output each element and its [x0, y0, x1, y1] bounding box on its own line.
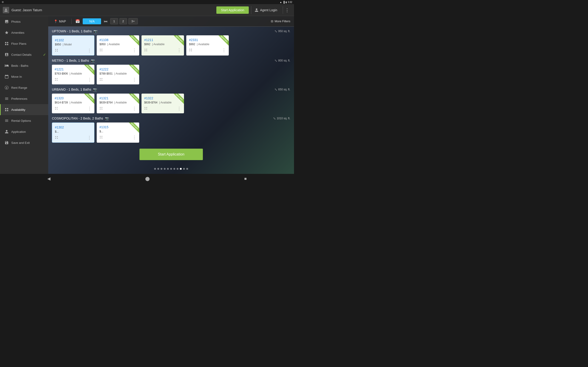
pagination-dot-8[interactable]: [177, 168, 179, 170]
unit-number-u1108: #1108: [99, 38, 137, 42]
sidebar-label-preferences: Preferences: [11, 97, 27, 100]
expand-icon-u1211[interactable]: [144, 48, 147, 52]
pagination-dot-2[interactable]: [157, 168, 159, 170]
unit-bottom-m1222: ⋮: [99, 77, 137, 82]
sqft-icon-metro: ⤡: [275, 59, 277, 62]
unit-card-m1221[interactable]: specials#1221$763-$906 | Available⋮: [52, 65, 95, 84]
more-options-icon-u1211[interactable]: ⋮: [177, 48, 181, 53]
recents-nav-button[interactable]: ■: [240, 175, 251, 183]
sidebar-item-contact-details[interactable]: Contact Details✓: [0, 49, 48, 60]
unit-number-m1222: #1222: [99, 67, 137, 71]
expand-icon-ur1322[interactable]: [144, 107, 147, 110]
pagination-dot-5[interactable]: [167, 168, 169, 170]
sidebar-item-beds-baths[interactable]: Beds - Baths: [0, 60, 48, 71]
more-options-icon-m1222[interactable]: ⋮: [132, 77, 137, 82]
camera-icon-metro[interactable]: 📷: [91, 59, 95, 62]
more-options-icon-m1221[interactable]: ⋮: [87, 77, 92, 82]
sidebar-item-availability[interactable]: Availability: [0, 104, 48, 115]
bed-3plus-button[interactable]: 3+: [128, 18, 138, 24]
svg-point-0: [5, 86, 9, 90]
more-options-button[interactable]: ⋮: [283, 6, 291, 14]
sidebar: PhotosAmenitiesFloor PlansContact Detail…: [0, 16, 48, 174]
sidebar-item-move-in[interactable]: Move In: [0, 71, 48, 82]
sidebar-label-rent-range: Rent Range: [11, 86, 27, 90]
sidebar-item-amenities[interactable]: Amenities: [0, 27, 48, 38]
unit-card-ur1320[interactable]: specials#1320$614-$739 | Available⋮: [52, 94, 95, 113]
start-application-overlay-button[interactable]: Start Application: [139, 149, 203, 160]
sidebar-check-contact-details: ✓: [43, 52, 46, 57]
expand-icon-u1102[interactable]: [55, 49, 58, 52]
unit-price-ur1322: $639-$764 | Available: [144, 101, 181, 104]
pagination-dot-6[interactable]: [170, 168, 172, 170]
pagination-dot-10[interactable]: [183, 168, 185, 170]
unit-number-ur1322: #1322: [144, 96, 181, 100]
wifi-icon: ▲: [280, 1, 282, 3]
agent-login-button[interactable]: Agent Login: [251, 6, 280, 14]
more-options-icon-ur1320[interactable]: ⋮: [87, 106, 92, 111]
sidebar-item-rental-options[interactable]: Rental Options: [0, 115, 48, 126]
pagination-dot-11[interactable]: [186, 168, 188, 170]
signal-icon: ▐: [283, 1, 284, 3]
more-options-icon-u2331[interactable]: ⋮: [222, 48, 226, 53]
unit-number-m1221: #1221: [55, 67, 92, 71]
unit-card-m1222[interactable]: specials#1222$788-$931 | Available⋮: [97, 65, 139, 84]
unit-number-c1302: #1302: [55, 125, 91, 129]
sidebar-icon-availability: [4, 107, 9, 112]
time-display: 3:32: [288, 1, 292, 3]
sidebar-icon-move-in: [4, 74, 9, 79]
bed-2-button[interactable]: 2: [120, 18, 127, 24]
unit-bottom-u1211: ⋮: [144, 48, 181, 53]
back-nav-button[interactable]: ◀: [43, 174, 55, 183]
more-options-icon-c1315[interactable]: ⋮: [132, 135, 137, 140]
unit-card-u1108[interactable]: specials#1108$950 | Available⋮: [97, 35, 139, 56]
sidebar-item-rent-range[interactable]: Rent Range: [0, 82, 48, 93]
unit-card-c1302[interactable]: #1302$...⋮: [52, 123, 95, 143]
expand-icon-c1302[interactable]: [55, 136, 58, 140]
sidebar-item-floor-plans[interactable]: Floor Plans: [0, 38, 48, 49]
unit-card-ur1321[interactable]: specials#1321$639-$764 | Available⋮: [97, 94, 139, 113]
sidebar-item-photos[interactable]: Photos: [0, 16, 48, 27]
camera-icon-urbano[interactable]: 📷: [93, 88, 97, 91]
section-title-cosmopolitan: COSMOPOLITAN - 2 Beds, 2 Baths📷: [52, 117, 109, 120]
pagination-dot-1[interactable]: [154, 168, 156, 170]
unit-card-ur1322[interactable]: specials#1322$639-$764 | Available⋮: [141, 94, 184, 113]
sidebar-icon-rental-options: [4, 118, 9, 123]
pagination-dot-3[interactable]: [161, 168, 162, 170]
camera-icon-cosmopolitan[interactable]: 📷: [105, 117, 109, 120]
pagination-dot-4[interactable]: [164, 168, 166, 170]
bottom-nav: ◀ ⬤ ■: [0, 174, 294, 184]
more-options-icon-ur1321[interactable]: ⋮: [132, 106, 137, 111]
expand-icon-ur1321[interactable]: [99, 107, 103, 110]
pagination-dot-7[interactable]: [173, 168, 175, 170]
expand-icon-m1221[interactable]: [55, 78, 58, 82]
unit-price-c1302: $...: [55, 130, 91, 133]
start-application-header-button[interactable]: Start Application: [216, 6, 249, 14]
more-options-icon-c1302[interactable]: ⋮: [87, 135, 91, 140]
pagination-dot-9[interactable]: [180, 168, 182, 170]
unit-card-u1211[interactable]: specials#1211$992 | Available⋮: [141, 35, 184, 56]
bed-1-button[interactable]: 1: [110, 18, 118, 24]
expand-icon-ur1320[interactable]: [55, 107, 58, 110]
unit-card-u2331[interactable]: specials#2331$992 | Available⋮: [186, 35, 229, 56]
unit-card-c1315[interactable]: specials#1315$...⋮: [97, 123, 139, 143]
expand-icon-c1315[interactable]: [99, 135, 103, 140]
more-options-icon-u1108[interactable]: ⋮: [132, 48, 137, 53]
date-filter-button[interactable]: N/A: [83, 18, 101, 24]
home-nav-button[interactable]: ⬤: [141, 174, 154, 183]
unit-price-ur1321: $639-$764 | Available: [99, 101, 137, 104]
map-button[interactable]: 📍 MAP: [52, 19, 68, 24]
expand-icon-u1108[interactable]: [99, 48, 103, 52]
expand-icon-u2331[interactable]: [189, 48, 192, 52]
unit-card-u1102[interactable]: #1102$950 | Model⋮: [52, 35, 95, 56]
more-options-icon-ur1322[interactable]: ⋮: [177, 106, 181, 111]
more-options-icon-u1102[interactable]: ⋮: [87, 48, 91, 53]
sidebar-icon-beds-baths: [4, 63, 9, 68]
top-header: Guest: Jason Tatum Start Application Age…: [0, 4, 294, 16]
sidebar-icon-rent-range: [4, 85, 9, 90]
more-filters-button[interactable]: ⊟ More Filters: [271, 19, 290, 23]
camera-icon-uptown[interactable]: 📷: [94, 29, 97, 33]
sidebar-item-preferences[interactable]: Preferences: [0, 93, 48, 104]
sidebar-item-application[interactable]: Application: [0, 126, 48, 137]
sidebar-item-save-exit[interactable]: Save and Exit: [0, 137, 48, 148]
expand-icon-m1222[interactable]: [99, 78, 103, 82]
